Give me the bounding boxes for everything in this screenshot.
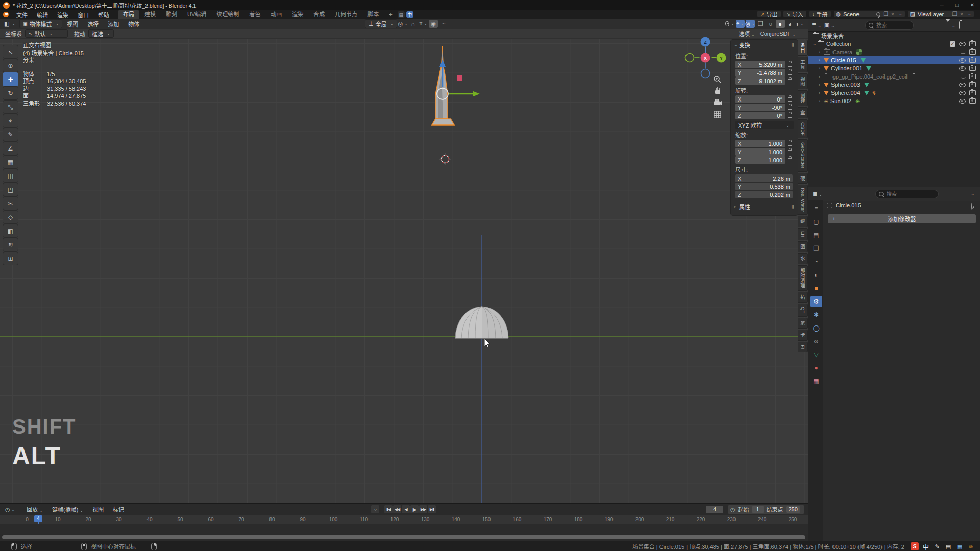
- transform-panel-header[interactable]: ⌄变换⣿: [731, 40, 798, 50]
- tool-addon-15[interactable]: [3, 238, 18, 252]
- outliner-row-circle015-selected[interactable]: ›Circle.015: [808, 56, 980, 64]
- gizmo-axis-y-neg[interactable]: [685, 54, 694, 62]
- unlink-icon[interactable]: ✕: [891, 12, 895, 17]
- tool-transform[interactable]: [3, 114, 18, 128]
- tool-annotate[interactable]: [3, 128, 18, 141]
- viewport-menu-object[interactable]: 物体: [124, 20, 144, 28]
- gizmo-axis-z-neg[interactable]: [701, 69, 710, 78]
- eye-icon[interactable]: [959, 99, 966, 104]
- properties-collapsed-panel[interactable]: ›属性⣿: [731, 202, 798, 212]
- workspace-tab-rendering[interactable]: 渲染: [287, 10, 308, 19]
- sidebar-tab-topo[interactable]: 拓: [798, 292, 808, 303]
- eye-closed-icon[interactable]: [961, 51, 966, 54]
- prev-keyframe-button[interactable]: ◀◀: [393, 505, 401, 513]
- import-button[interactable]: ↘导入: [783, 11, 807, 17]
- viewport-menu-select[interactable]: 选择: [83, 20, 103, 28]
- workspace-tab-geonodes[interactable]: 几何节点: [330, 10, 362, 19]
- sidebar-tab-view[interactable]: 视图: [798, 73, 808, 89]
- camera-render-icon[interactable]: [969, 66, 976, 71]
- sidebar-tab-12[interactable]: 水: [798, 253, 808, 264]
- pin-icon[interactable]: [876, 12, 880, 16]
- outliner-row-camera[interactable]: ›Camera: [808, 48, 980, 56]
- ptab-physics[interactable]: [810, 322, 822, 334]
- pivot-dropdown[interactable]: ◎: [398, 20, 407, 28]
- location-x-field[interactable]: X5.3209 m: [735, 61, 785, 68]
- lock-icon[interactable]: [788, 63, 792, 67]
- ime-pen-icon[interactable]: ✎: [933, 542, 941, 550]
- minimize-button[interactable]: ─: [934, 0, 949, 10]
- lock-icon[interactable]: [788, 97, 792, 102]
- sidebar-tab-9[interactable]: 缝: [798, 216, 808, 227]
- sidebar-tab-pen[interactable]: 笔: [798, 318, 808, 329]
- menu-help[interactable]: 帮助: [93, 11, 114, 19]
- sidebar-tab-cleanup[interactable]: 即时清理: [798, 265, 808, 291]
- scale-z-field[interactable]: Z1.000: [735, 156, 785, 164]
- show-gizmo-toggle[interactable]: ⌖: [736, 20, 745, 28]
- menu-window[interactable]: 窗口: [73, 11, 93, 19]
- lock-icon[interactable]: [788, 150, 792, 154]
- lock-icon[interactable]: [788, 79, 792, 83]
- unlink-icon[interactable]: ✕: [960, 12, 964, 17]
- ime-lang-icon[interactable]: 中: [922, 542, 930, 550]
- viewport-3d[interactable]: [0, 19, 808, 503]
- snap-magnet-icon[interactable]: ∩: [408, 20, 418, 28]
- lock-icon[interactable]: [788, 114, 792, 118]
- object-visibility-dropdown[interactable]: [725, 20, 734, 28]
- camera-render-icon[interactable]: [969, 41, 976, 46]
- workspace-tab-uv[interactable]: UV编辑: [182, 10, 211, 19]
- drag-handle-icon[interactable]: ⣿: [791, 43, 795, 47]
- rotation-x-field[interactable]: X0°: [735, 95, 785, 103]
- tool-rotate[interactable]: [3, 86, 18, 100]
- new-collection-button[interactable]: [959, 22, 960, 28]
- mode-dropdown[interactable]: ▣ 物体模式: [19, 19, 62, 28]
- outliner-editor-type-button[interactable]: ≣: [812, 22, 821, 29]
- maximize-button[interactable]: □: [949, 0, 965, 10]
- play-button[interactable]: ▶: [410, 505, 419, 513]
- editor-type-button[interactable]: ◧: [4, 20, 15, 27]
- conjuresdf-dropdown[interactable]: ConjureSDF: [760, 31, 796, 37]
- workspace-tab-scripting[interactable]: 脚本: [362, 10, 384, 19]
- sidebar-tab-hard[interactable]: 硬: [798, 173, 808, 184]
- ime-panel-icon[interactable]: ▤: [398, 11, 405, 18]
- sogou-ime-icon[interactable]: S: [911, 542, 919, 550]
- viewport-menu-add[interactable]: 添加: [103, 20, 124, 28]
- sidebar-tab-item[interactable]: 条目: [798, 40, 808, 56]
- dim-x-field[interactable]: X2.26 m: [735, 174, 793, 182]
- ptab-world[interactable]: [810, 269, 822, 281]
- properties-search[interactable]: [875, 190, 939, 198]
- navigation-gizmo[interactable]: Z Y X: [684, 36, 735, 82]
- outliner-row-sun002[interactable]: ›☀Sun.002 ✳: [808, 97, 980, 105]
- sidebar-tab-17[interactable]: 卡: [798, 330, 808, 341]
- eye-icon[interactable]: [959, 83, 966, 87]
- object-dome[interactable]: [455, 307, 508, 338]
- tool-move[interactable]: [3, 72, 18, 86]
- shading-rendered-button[interactable]: ◑: [795, 20, 804, 28]
- tool-cursor[interactable]: [3, 59, 18, 72]
- add-workspace-button[interactable]: +: [384, 10, 397, 19]
- outliner-row-collection[interactable]: ⌄Collection ✓: [808, 40, 980, 48]
- ime-keyboard-icon[interactable]: ▤: [944, 542, 952, 550]
- scale-y-field[interactable]: Y1.000: [735, 148, 785, 156]
- sidebar-tab-csdf[interactable]: CSDF: [798, 119, 808, 139]
- add-modifier-button[interactable]: + 添加修改器: [828, 214, 976, 223]
- camera-render-icon[interactable]: [969, 98, 976, 104]
- eye-icon[interactable]: [959, 66, 966, 71]
- viewlayer-selector[interactable]: ▨ ViewLayer ❐ ✕: [908, 11, 974, 17]
- pin-icon[interactable]: [971, 203, 972, 209]
- rotation-y-field[interactable]: Y-90°: [735, 104, 785, 111]
- sidebar-tab-lh[interactable]: LH: [798, 228, 808, 240]
- tool-measure[interactable]: [3, 141, 18, 155]
- eye-icon[interactable]: [959, 91, 966, 95]
- ortho-grid-button[interactable]: [713, 110, 723, 120]
- menu-file[interactable]: 文件: [12, 11, 32, 19]
- tool-addon-10[interactable]: [3, 169, 18, 183]
- shading-solid-button[interactable]: ●: [776, 20, 785, 28]
- timeline-scrollbar-thumb[interactable]: [2, 535, 805, 539]
- xray-toggle[interactable]: ❐: [756, 20, 765, 28]
- camera-render-icon[interactable]: [969, 58, 976, 63]
- timeline-editor-type-button[interactable]: ◷: [5, 506, 15, 513]
- sidebar-tab-tool[interactable]: 工具: [798, 57, 808, 72]
- frame-end-field[interactable]: 250: [786, 506, 800, 513]
- outliner-row-cylinder001[interactable]: ›Cylinder.001: [808, 64, 980, 72]
- breadcrumb-object-name[interactable]: Circle.015: [836, 202, 861, 208]
